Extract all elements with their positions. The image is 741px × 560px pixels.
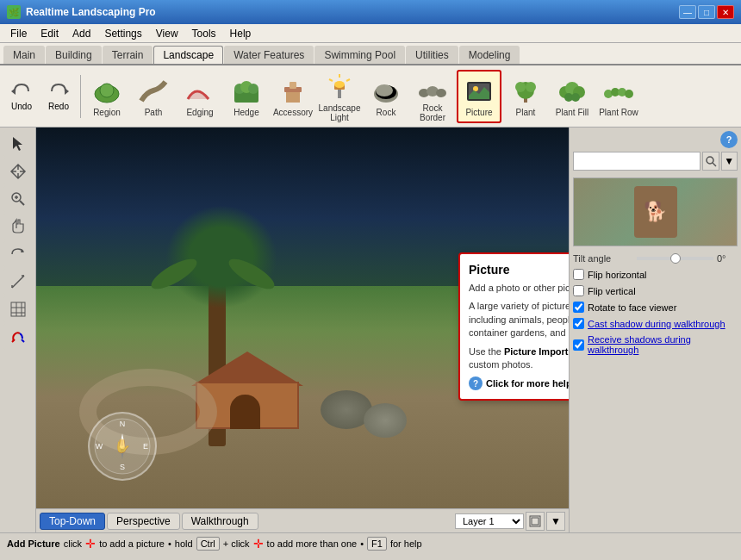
tooltip-desc2: A large variety of pictures are availabl… xyxy=(469,300,569,339)
tool-plant-row[interactable]: Plant Row xyxy=(596,70,641,123)
plant-label: Plant xyxy=(516,108,536,117)
tool-edging[interactable]: Edging xyxy=(177,70,222,123)
flip-vertical-checkbox[interactable] xyxy=(573,285,584,296)
flip-vertical-label: Flip vertical xyxy=(588,286,636,296)
tooltip-title: Picture xyxy=(469,263,569,277)
path-label: Path xyxy=(145,108,163,117)
search-button[interactable] xyxy=(702,152,719,171)
tab-terrain[interactable]: Terrain xyxy=(103,46,153,64)
magnet-tool-btn[interactable] xyxy=(3,324,33,350)
edging-label: Edging xyxy=(186,108,213,117)
redo-btn[interactable]: Redo xyxy=(40,81,77,111)
tool-landscape-light[interactable]: Landscape Light xyxy=(317,70,362,123)
view-walkthrough[interactable]: Walkthrough xyxy=(182,513,258,530)
tilt-angle-row: Tilt angle 0° xyxy=(573,253,738,264)
svg-line-61 xyxy=(713,163,716,166)
layer-icon-btn[interactable] xyxy=(526,512,545,531)
region-icon xyxy=(91,75,122,106)
tooltip-wizard: Use the Picture Import Wizard to import … xyxy=(469,345,569,372)
layer-dropdown[interactable]: Layer 1 xyxy=(455,513,524,529)
menu-view[interactable]: View xyxy=(149,26,185,41)
menu-edit[interactable]: Edit xyxy=(34,26,65,41)
minimize-button[interactable]: — xyxy=(679,5,696,19)
region-label: Region xyxy=(93,108,121,117)
cursor-icon2: ✛ xyxy=(253,537,264,551)
cast-shadow-row: Cast shadow during walkthrough xyxy=(573,318,738,329)
tool-picture[interactable]: Picture xyxy=(457,70,501,123)
tab-landscape[interactable]: Landscape xyxy=(153,46,223,64)
status-click: click xyxy=(64,538,82,549)
right-panel: ? ▼ 🐕 Tilt angle 0° xyxy=(569,128,741,532)
view-top-down[interactable]: Top-Down xyxy=(40,513,105,530)
receive-shadow-label: Receive shadows during walkthrough xyxy=(588,334,738,355)
tool-accessory[interactable]: Accessory xyxy=(271,70,315,123)
tool-hedge[interactable]: Hedge xyxy=(224,70,269,123)
tool-region[interactable]: Region xyxy=(84,70,129,123)
tooltip-help-link[interactable]: ? Click for more help. xyxy=(469,376,569,390)
close-button[interactable]: ✕ xyxy=(717,5,734,19)
dropdown-btn[interactable]: ▼ xyxy=(721,152,738,171)
svg-rect-6 xyxy=(286,90,300,103)
tab-main[interactable]: Main xyxy=(3,46,45,64)
select-tool-btn[interactable] xyxy=(3,131,33,157)
receive-shadow-checkbox[interactable] xyxy=(573,339,584,351)
svg-line-49 xyxy=(12,339,15,342)
tab-utilities[interactable]: Utilities xyxy=(406,46,458,64)
tool-rock-border[interactable]: Rock Border xyxy=(410,70,455,123)
rotate-face-label: Rotate to face viewer xyxy=(588,302,676,313)
measure-tool-btn[interactable] xyxy=(3,269,33,295)
zoom-tool-btn[interactable] xyxy=(3,186,33,212)
maximize-button[interactable]: □ xyxy=(698,5,715,19)
status-add-desc: to add a picture xyxy=(99,538,165,549)
grid-tool-btn[interactable] xyxy=(3,296,33,322)
view-perspective[interactable]: Perspective xyxy=(107,513,180,530)
panel-help-btn[interactable]: ? xyxy=(720,131,738,148)
menu-add[interactable]: Add xyxy=(65,26,97,41)
tab-water-features[interactable]: Water Features xyxy=(224,46,314,64)
undo-redo-group: Undo Redo xyxy=(3,81,77,111)
rock-label: Rock xyxy=(377,108,396,117)
landscape-light-label: Landscape Light xyxy=(319,103,361,122)
flip-horizontal-checkbox[interactable] xyxy=(573,269,584,280)
hand-tool-btn[interactable] xyxy=(3,214,33,240)
tab-building[interactable]: Building xyxy=(46,46,102,64)
svg-point-20 xyxy=(436,89,446,97)
tool-path[interactable]: Path xyxy=(131,70,176,123)
status-add-picture: Add Picture xyxy=(7,538,60,549)
status-sep1: • xyxy=(168,538,171,549)
search-input[interactable] xyxy=(573,152,701,171)
tab-swimming-pool[interactable]: Swimming Pool xyxy=(314,46,405,64)
tab-modeling[interactable]: Modeling xyxy=(459,46,520,64)
window-buttons: — □ ✕ xyxy=(679,5,734,19)
rotate-tool-btn[interactable] xyxy=(3,241,33,267)
menu-file[interactable]: File xyxy=(3,26,34,41)
tool-icons-row: Undo Redo Region Path Edging Hedge xyxy=(0,65,741,128)
plant-row-icon xyxy=(603,75,634,106)
app-title: Realtime Landscaping Pro xyxy=(26,6,679,18)
svg-text:✋: ✋ xyxy=(114,438,131,454)
tool-rock[interactable]: Rock xyxy=(364,70,408,123)
menu-settings[interactable]: Settings xyxy=(97,26,148,41)
cast-shadow-checkbox[interactable] xyxy=(573,318,584,329)
svg-rect-8 xyxy=(290,82,296,89)
path-icon xyxy=(138,75,169,106)
plant-fill-icon xyxy=(557,75,588,106)
rotate-face-checkbox[interactable] xyxy=(573,302,584,313)
layer-expand-btn[interactable]: ▼ xyxy=(546,512,565,531)
menu-help[interactable]: Help xyxy=(223,26,258,41)
layer-select: Layer 1 ▼ xyxy=(455,512,565,531)
cursor-icon: ✛ xyxy=(85,537,96,551)
svg-point-17 xyxy=(376,84,393,96)
status-hold: hold xyxy=(175,538,193,549)
tool-plant[interactable]: Plant xyxy=(503,70,548,123)
svg-text:N: N xyxy=(120,420,126,428)
undo-btn[interactable]: Undo xyxy=(3,81,40,111)
tool-plant-fill[interactable]: Plant Fill xyxy=(550,70,595,123)
svg-line-14 xyxy=(346,79,350,81)
flip-horizontal-label: Flip horizontal xyxy=(588,270,646,280)
menu-tools[interactable]: Tools xyxy=(185,26,223,41)
left-sidebar xyxy=(0,128,36,532)
viewport[interactable]: N S W E ✋ Top-Down Perspective Walkthrou… xyxy=(36,128,569,532)
svg-point-5 xyxy=(248,84,258,94)
pan-tool-btn[interactable] xyxy=(3,159,33,184)
